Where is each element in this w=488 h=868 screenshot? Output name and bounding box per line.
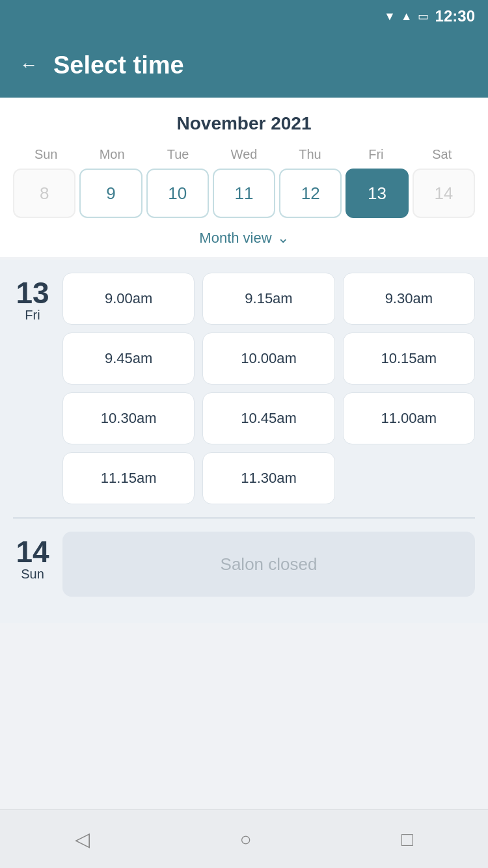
calendar-section: November 2021 Sun Mon Tue Wed Thu Fri Sa… (0, 98, 488, 257)
month-view-toggle[interactable]: Month view ⌄ (13, 230, 475, 247)
wifi-icon: ▼ (384, 10, 396, 23)
day-14-number: 14 (16, 537, 49, 567)
header: ← Select time (0, 33, 488, 98)
day-10[interactable]: 10 (146, 169, 209, 218)
time-slot-945[interactable]: 9.45am (62, 332, 195, 385)
day-13-name: Fri (25, 308, 40, 323)
status-time: 12:30 (435, 7, 475, 25)
day-14-label: 14 Sun (13, 532, 52, 597)
day-13[interactable]: 13 (346, 169, 408, 218)
day-9[interactable]: 9 (79, 169, 142, 218)
weekday-sat: Sat (409, 147, 475, 162)
day-14: 14 (413, 169, 475, 218)
nav-recent-icon[interactable]: □ (401, 828, 413, 850)
time-slot-1100[interactable]: 11.00am (343, 392, 475, 444)
time-slot-1045[interactable]: 10.45am (202, 392, 334, 444)
nav-back-icon[interactable]: ◁ (75, 828, 90, 850)
day-13-block: 13 Fri 9.00am 9.15am 9.30am 9.45am 10.00… (13, 273, 475, 504)
month-view-label: Month view (199, 230, 271, 247)
weekday-row: Sun Mon Tue Wed Thu Fri Sat (13, 147, 475, 162)
day-12[interactable]: 12 (279, 169, 342, 218)
weekday-fri: Fri (343, 147, 409, 162)
signal-icon: ▲ (401, 10, 413, 23)
weekday-mon: Mon (79, 147, 144, 162)
weekday-tue: Tue (145, 147, 211, 162)
weekday-sun: Sun (13, 147, 79, 162)
time-slot-915[interactable]: 9.15am (202, 273, 334, 325)
weekday-wed: Wed (211, 147, 277, 162)
time-slot-1130[interactable]: 11.30am (202, 452, 334, 504)
battery-icon: ▭ (418, 9, 429, 23)
day-13-label: 13 Fri (13, 273, 52, 504)
days-row: 8 9 10 11 12 13 14 (13, 169, 475, 218)
time-slot-1030[interactable]: 10.30am (62, 392, 195, 444)
chevron-down-icon: ⌄ (277, 230, 289, 247)
nav-home-icon[interactable]: ○ (239, 828, 251, 850)
day-14-name: Sun (21, 567, 44, 582)
day-13-number: 13 (16, 278, 49, 308)
weekday-thu: Thu (277, 147, 343, 162)
time-slot-1015[interactable]: 10.15am (343, 332, 475, 385)
day-11[interactable]: 11 (213, 169, 275, 218)
status-icons: ▼ ▲ ▭ (384, 9, 429, 23)
time-slot-930[interactable]: 9.30am (343, 273, 475, 325)
times-section: 13 Fri 9.00am 9.15am 9.30am 9.45am 10.00… (0, 260, 488, 623)
time-slot-1115[interactable]: 11.15am (62, 452, 195, 504)
month-label: November 2021 (13, 113, 475, 134)
bottom-nav: ◁ ○ □ (0, 809, 488, 868)
section-divider (13, 517, 475, 519)
page-title: Select time (53, 51, 184, 79)
back-button[interactable]: ← (20, 55, 38, 75)
salon-closed-message: Salon closed (62, 532, 475, 597)
day-14-block: 14 Sun Salon closed (13, 532, 475, 597)
time-slot-900[interactable]: 9.00am (62, 273, 195, 325)
day-8: 8 (13, 169, 75, 218)
status-bar: ▼ ▲ ▭ 12:30 (0, 0, 488, 33)
day-13-times-grid: 9.00am 9.15am 9.30am 9.45am 10.00am 10.1… (62, 273, 475, 504)
time-slot-1000[interactable]: 10.00am (202, 332, 334, 385)
